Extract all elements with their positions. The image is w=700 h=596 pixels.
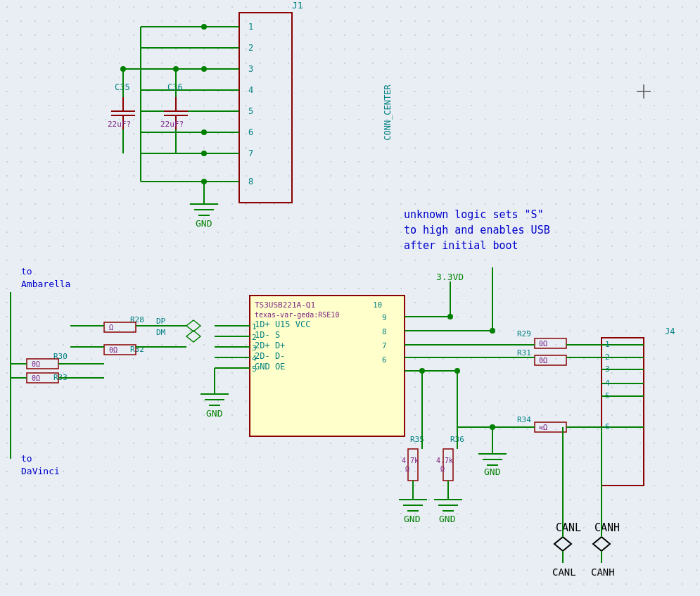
svg-text:0Ω: 0Ω [109,346,117,354]
svg-text:texas-var-geda:RSE10: texas-var-geda:RSE10 [255,311,339,319]
svg-text:4: 4 [605,379,610,388]
svg-text:7: 7 [382,341,387,350]
svg-text:0Ω: 0Ω [32,374,40,382]
schematic-canvas: J1 1 2 3 4 5 6 7 8 CONN_CENTER [0,0,700,596]
svg-text:3: 3 [605,364,610,374]
svg-text:R34: R34 [517,415,531,424]
svg-text:DM: DM [156,328,166,337]
svg-text:6: 6 [382,355,387,364]
svg-text:3: 3 [252,343,257,353]
svg-text:Ω: Ω [440,465,445,473]
svg-text:0Ω: 0Ω [32,360,40,368]
svg-text:4.7k: 4.7k [402,457,419,464]
j4-label: J4 [665,326,675,336]
to-ambarella-label2: Ambarella [21,279,70,289]
svg-point-177 [454,368,460,374]
svg-text:1: 1 [605,340,610,349]
svg-text:9: 9 [382,313,387,322]
svg-text:4.7k: 4.7k [436,457,453,464]
svg-text:1D-       S: 1D- S [255,330,280,340]
svg-text:8: 8 [382,327,387,336]
svg-text:Ω: Ω [109,324,113,331]
svg-text:2: 2 [248,43,253,53]
svg-text:6: 6 [248,127,253,137]
annotation-line3: after initial boot [404,239,518,252]
to-davinci-label: to [21,453,32,464]
svg-text:2D+      D+: 2D+ D+ [255,341,285,350]
svg-text:2: 2 [252,333,257,342]
svg-text:1: 1 [248,22,253,32]
svg-text:C36: C36 [167,82,183,92]
svg-text:GND: GND [404,514,421,524]
svg-text:R31: R31 [517,348,531,357]
svg-text:TS3USB221A-Q1: TS3USB221A-Q1 [255,300,315,310]
svg-text:5: 5 [252,364,257,374]
svg-text:1: 1 [252,322,257,331]
svg-text:4: 4 [252,354,257,363]
to-ambarella-label: to [21,266,32,277]
svg-text:GND: GND [206,408,223,419]
svg-text:10: 10 [373,300,382,310]
canl-bottom-label: CANL [552,566,576,578]
canh-bottom-label: CANH [591,566,615,578]
svg-point-190 [447,314,453,319]
svg-text:R29: R29 [517,329,531,338]
svg-text:GND      OE: GND OE [255,362,285,372]
j1-label: J1 [292,0,303,11]
svg-text:22uF?: 22uF? [160,120,184,129]
svg-text:R28: R28 [130,315,144,324]
svg-text:3: 3 [248,64,253,74]
svg-text:5: 5 [605,391,610,400]
to-davinci-label2: DaVinci [21,466,60,476]
svg-text:4: 4 [248,85,253,95]
svg-text:6: 6 [605,422,610,431]
svg-text:R30: R30 [53,352,68,361]
svg-text:7: 7 [248,148,253,158]
svg-text:DP: DP [156,317,166,326]
svg-text:2D-      D-: 2D- D- [255,351,285,361]
svg-text:8: 8 [248,177,253,186]
svg-text:GND: GND [196,218,212,229]
svg-text:1D+ U15  VCC: 1D+ U15 VCC [255,319,310,329]
svg-text:R32: R32 [130,345,144,354]
svg-point-189 [490,424,495,430]
annotation-line1: unknown logic sets "S" [404,208,544,221]
svg-text:C35: C35 [115,82,130,92]
canl-label: CANL [556,521,581,534]
svg-text:Ω: Ω [405,465,409,473]
canh-label: CANH [594,521,620,534]
svg-text:CONN_CENTER: CONN_CENTER [383,84,393,140]
svg-text:22uF?: 22uF? [108,120,131,129]
svg-text:GND: GND [484,467,501,477]
svg-text:0Ω: 0Ω [539,357,547,364]
svg-text:∞Ω: ∞Ω [539,424,547,431]
annotation-line2: to high and enables USB [404,224,550,236]
svg-point-176 [419,368,425,374]
svg-text:5: 5 [248,106,253,116]
svg-text:0Ω: 0Ω [539,340,547,348]
svg-text:GND: GND [439,514,456,524]
svg-text:3.3VD: 3.3VD [436,272,464,282]
svg-text:2: 2 [605,353,610,362]
